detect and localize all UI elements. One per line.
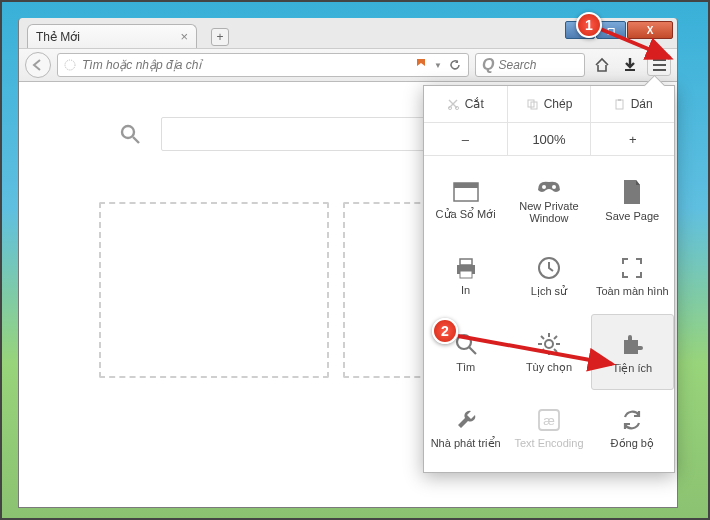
menu-item-label: Nhà phát triển (431, 437, 501, 449)
browser-window: – ◻ X Thẻ Mới × + (18, 18, 678, 508)
paste-icon (613, 98, 625, 110)
history-icon (536, 255, 562, 281)
menu-item-label: Text Encoding (514, 437, 583, 449)
new-window-icon (452, 180, 480, 204)
private-window-icon (534, 176, 564, 196)
search-input[interactable] (498, 58, 578, 72)
addons-icon (618, 330, 646, 358)
annotation-1: 1 (576, 12, 602, 38)
menu-item-developer[interactable]: Nhà phát triển (424, 390, 507, 466)
sync-icon (619, 407, 645, 433)
svg-rect-8 (616, 100, 623, 109)
url-dropdown-icon[interactable]: ▼ (434, 61, 442, 70)
cut-icon (447, 98, 459, 110)
menu-item-new-window[interactable]: Cửa Sổ Mới (424, 162, 507, 238)
menu-item-save-page[interactable]: Save Page (591, 162, 674, 238)
svg-point-4 (448, 106, 451, 109)
url-input[interactable] (82, 58, 410, 72)
svg-text:æ: æ (543, 413, 555, 428)
menu-item-encoding[interactable]: æText Encoding (507, 390, 590, 466)
svg-rect-1 (625, 69, 635, 71)
zoom-row: – 100% + (424, 123, 674, 156)
svg-line-3 (133, 137, 139, 143)
newtab-search-input[interactable] (161, 117, 431, 151)
zoom-in-button[interactable]: + (591, 123, 674, 155)
close-tab-icon[interactable]: × (180, 29, 188, 44)
annotation-arrow-1 (594, 22, 678, 68)
app-menu-panel: Cắt Chép Dán – 100% + Cửa Sổ MớiNew Priv… (423, 85, 675, 473)
svg-rect-16 (460, 271, 472, 278)
menu-item-print[interactable]: In (424, 238, 507, 314)
reload-icon[interactable] (448, 58, 462, 72)
menu-item-fullscreen[interactable]: Toàn màn hình (591, 238, 674, 314)
annotation-arrow-2 (454, 330, 622, 374)
menu-item-label: In (461, 284, 470, 296)
menu-item-label: Lịch sử (531, 285, 567, 297)
toolbar: ▼ Q (19, 48, 677, 82)
menu-item-label: Đồng bộ (611, 437, 654, 449)
menu-copy[interactable]: Chép (508, 86, 592, 122)
magnifier-icon (119, 123, 141, 145)
back-arrow-icon (32, 59, 44, 71)
encoding-icon: æ (536, 407, 562, 433)
svg-point-13 (552, 185, 556, 189)
identity-icon (64, 59, 76, 71)
clipboard-row: Cắt Chép Dán (424, 86, 674, 123)
menu-paste[interactable]: Dán (591, 86, 674, 122)
fullscreen-icon (619, 255, 645, 281)
tab-new[interactable]: Thẻ Mới × (27, 24, 197, 48)
new-tab-button[interactable]: + (211, 28, 229, 46)
back-button[interactable] (25, 52, 51, 78)
menu-item-sync[interactable]: Đồng bộ (591, 390, 674, 466)
menu-cut[interactable]: Cắt (424, 86, 508, 122)
menu-grid: Cửa Sổ MớiNew Private WindowSave PageInL… (424, 156, 674, 472)
newtab-search-row (119, 117, 431, 151)
svg-point-2 (122, 126, 134, 138)
print-icon (452, 256, 480, 280)
svg-point-0 (65, 60, 75, 70)
svg-rect-11 (454, 183, 478, 188)
menu-item-history[interactable]: Lịch sử (507, 238, 590, 314)
url-bar[interactable]: ▼ (57, 53, 469, 77)
developer-icon (453, 407, 479, 433)
bookmark-flag-icon[interactable] (416, 58, 428, 72)
zoom-level: 100% (508, 123, 592, 155)
menu-item-label: Cửa Sổ Mới (436, 208, 496, 220)
top-site-placeholder[interactable] (99, 202, 329, 378)
menu-item-label: Save Page (605, 210, 659, 222)
svg-rect-15 (460, 259, 472, 265)
search-provider-icon: Q (482, 56, 494, 74)
menu-item-private-window[interactable]: New Private Window (507, 162, 590, 238)
save-page-icon (621, 178, 643, 206)
copy-icon (526, 98, 538, 110)
zoom-out-button[interactable]: – (424, 123, 508, 155)
tab-title: Thẻ Mới (36, 30, 180, 44)
svg-point-12 (542, 185, 546, 189)
menu-item-label: Toàn màn hình (596, 285, 669, 297)
search-bar[interactable]: Q (475, 53, 585, 77)
menu-item-label: New Private Window (507, 200, 590, 224)
svg-rect-9 (618, 99, 621, 101)
annotation-2: 2 (432, 318, 458, 344)
